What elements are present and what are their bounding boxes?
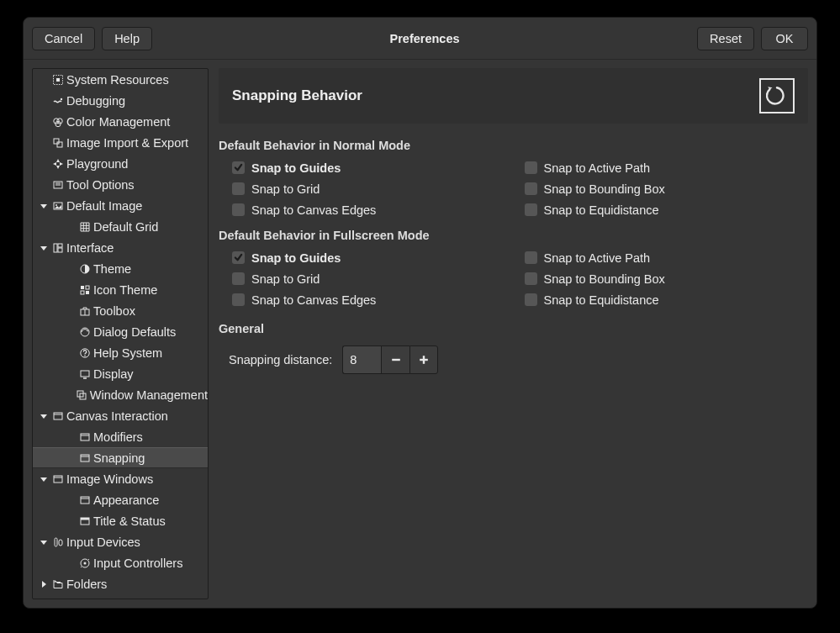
sidebar-item-label: Tool Options (66, 178, 135, 192)
sidebar-item-icon-theme[interactable]: Icon Theme (33, 279, 208, 300)
sidebar-item-window-management[interactable]: Window Management (33, 384, 208, 405)
svg-rect-22 (54, 244, 57, 252)
image-windows-icon (51, 472, 65, 486)
sidebar-item-playground[interactable]: Playground (33, 153, 208, 174)
checkbox[interactable] (232, 161, 245, 174)
sidebar-item-toolbox[interactable]: Toolbox (33, 300, 208, 321)
checkbox[interactable] (232, 182, 245, 195)
sidebar-item-color-management[interactable]: Color Management (33, 111, 208, 132)
checkbox-grid: Snap to GuidesSnap to Active PathSnap to… (219, 247, 808, 310)
svg-rect-51 (81, 434, 89, 440)
checkbox-row: Snap to Equidistance (525, 289, 809, 310)
sidebar-item-tool-options[interactable]: Tool Options (33, 174, 208, 195)
sidebar-item-folders[interactable]: Folders (33, 573, 208, 594)
resources-icon (51, 73, 65, 87)
help-button[interactable]: Help (102, 27, 152, 50)
checkbox[interactable] (525, 182, 537, 195)
sidebar-item-image-windows[interactable]: Image Windows (33, 468, 208, 489)
checkbox-row: Snap to Canvas Edges (232, 289, 516, 310)
help-system-icon (78, 346, 92, 360)
sidebar-item-label: System Resources (66, 73, 169, 87)
section-title: Default Behavior in Fullscreen Mode (219, 229, 808, 242)
checkbox-row: Snap to Guides (232, 247, 516, 268)
checkbox[interactable] (232, 272, 245, 285)
checkbox-label: Snap to Guides (251, 251, 341, 265)
sidebar-item-interface[interactable]: Interface (33, 237, 208, 258)
checkbox[interactable] (525, 203, 537, 216)
panel-header: Snapping Behavior (219, 68, 808, 124)
checkbox-label: Snap to Bounding Box (544, 182, 665, 196)
sidebar-item-dialog-defaults[interactable]: Dialog Defaults (33, 321, 208, 342)
svg-rect-1 (56, 78, 60, 82)
folders-icon (51, 578, 65, 591)
chevron-down-icon[interactable] (38, 473, 50, 485)
sidebar-item-snapping[interactable]: Snapping (33, 447, 208, 468)
sidebar-item-theme[interactable]: Theme (33, 258, 208, 279)
snapping-distance-input[interactable] (342, 346, 381, 374)
checkbox-row: Snap to Guides (232, 157, 516, 178)
sidebar-item-modifiers[interactable]: Modifiers (33, 426, 208, 447)
checkbox[interactable] (525, 251, 537, 264)
chevron-down-icon[interactable] (38, 536, 50, 548)
sidebar-item-input-devices[interactable]: Input Devices (33, 531, 208, 552)
checkbox[interactable] (525, 161, 537, 174)
sidebar-item-system-resources[interactable]: System Resources (33, 69, 208, 90)
sidebar-item-debugging[interactable]: Debugging (33, 90, 208, 111)
reset-panel-icon[interactable] (759, 78, 795, 113)
sidebar-item-canvas-interaction[interactable]: Canvas Interaction (33, 405, 208, 426)
chevron-down-icon[interactable] (38, 242, 50, 254)
checkbox-row: Snap to Bounding Box (525, 268, 809, 289)
sidebar-item-display[interactable]: Display (33, 363, 208, 384)
window-mgmt-icon (75, 388, 88, 402)
svg-rect-48 (54, 413, 62, 419)
sidebar-item-label: Image Import & Export (66, 136, 188, 150)
reset-button[interactable]: Reset (697, 27, 754, 50)
checkbox[interactable] (232, 203, 245, 216)
svg-rect-74 (423, 356, 425, 364)
debugging-icon (51, 94, 65, 108)
ok-button[interactable]: OK (761, 27, 808, 50)
sidebar-item-input-controllers[interactable]: Input Controllers (33, 552, 208, 573)
sidebar-item-title-status[interactable]: Title & Status (33, 510, 208, 531)
default-image-icon (51, 199, 65, 213)
sidebar-item-help-system[interactable]: Help System (33, 342, 208, 363)
panel-title: Snapping Behavior (232, 87, 759, 104)
svg-rect-67 (59, 540, 62, 546)
checkbox[interactable] (525, 293, 537, 306)
preferences-tree[interactable]: System ResourcesDebuggingColor Managemen… (33, 69, 208, 599)
cancel-button[interactable]: Cancel (32, 27, 95, 50)
checkbox-label: Snap to Active Path (544, 161, 651, 175)
decrement-button[interactable] (381, 346, 409, 374)
sidebar-item-default-grid[interactable]: Default Grid (33, 216, 208, 237)
svg-rect-23 (58, 244, 62, 247)
interface-icon (51, 241, 65, 255)
sidebar-item-label: Icon Theme (93, 283, 157, 297)
sidebar-item-label: Interface (66, 241, 114, 255)
sidebar-item-image-import-export[interactable]: Image Import & Export (33, 132, 208, 153)
sidebar-item-label: Playground (66, 157, 128, 171)
sidebar-item-label: Snapping (93, 451, 145, 465)
sidebar-item-label: Help System (93, 346, 162, 360)
checkbox[interactable] (232, 293, 245, 306)
chevron-down-icon[interactable] (38, 200, 50, 212)
sidebar-item-label: Canvas Interaction (66, 409, 168, 423)
svg-rect-10 (54, 139, 59, 144)
chevron-right-icon[interactable] (38, 578, 50, 590)
checkbox-row: Snap to Grid (232, 268, 516, 289)
checkbox-label: Snap to Canvas Edges (251, 293, 376, 307)
chevron-down-icon[interactable] (38, 410, 50, 422)
toolbox-icon (78, 304, 92, 318)
sidebar-item-default-image[interactable]: Default Image (33, 195, 208, 216)
sidebar-item-appearance[interactable]: Appearance (33, 489, 208, 510)
svg-marker-71 (42, 581, 46, 588)
svg-rect-72 (392, 359, 400, 361)
dialog-defaults-icon (78, 325, 92, 339)
preferences-content: Snapping Behavior Default Behavior in No… (219, 68, 808, 599)
snapping-distance-stepper (342, 346, 438, 374)
checkbox[interactable] (232, 251, 245, 264)
checkbox[interactable] (525, 272, 537, 285)
input-controllers-icon (78, 557, 92, 570)
svg-point-4 (61, 98, 62, 99)
snapping-distance-row: Snapping distance: (219, 346, 808, 374)
increment-button[interactable] (409, 346, 438, 374)
